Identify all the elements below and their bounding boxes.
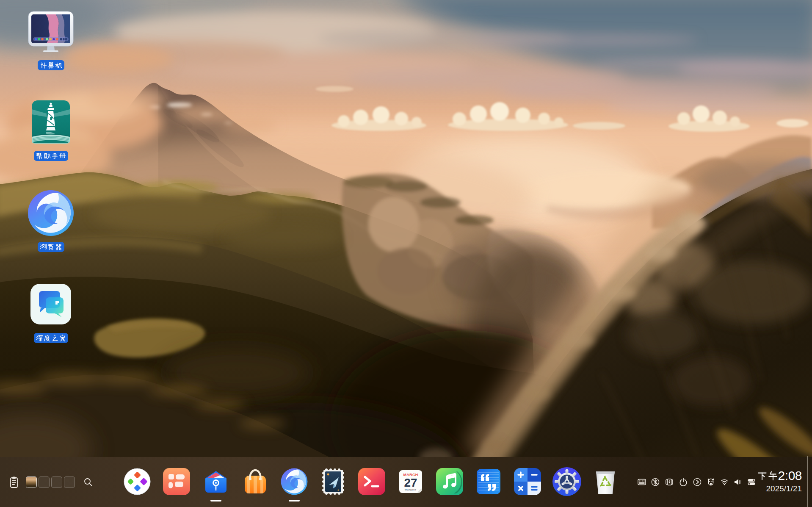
svg-text:MONDAY: MONDAY: [405, 488, 417, 491]
svg-text:27: 27: [404, 476, 417, 489]
